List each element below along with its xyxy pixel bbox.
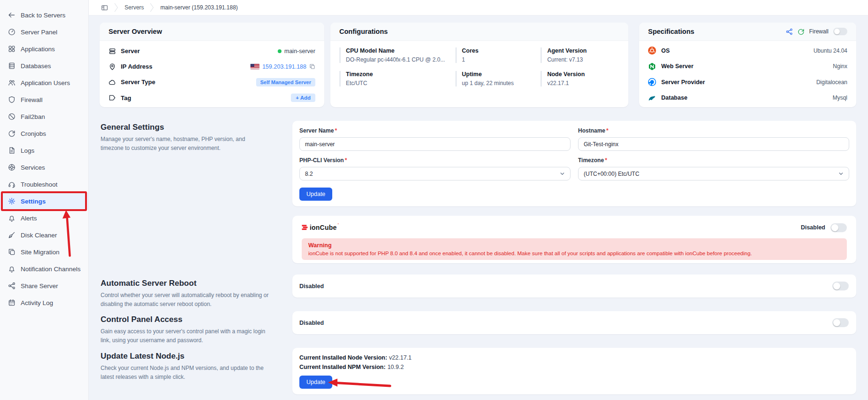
sidebar-item-server-panel[interactable]: Server Panel: [0, 24, 88, 40]
gauge-icon: [8, 28, 16, 36]
nodejs-update-button[interactable]: Update: [299, 376, 332, 389]
npm-version-value: 10.9.2: [387, 364, 404, 370]
auto-reboot-toggle[interactable]: [832, 282, 849, 290]
config-value: DO-Regular pc-i440fx-6.1 CPU @ 2.0...: [346, 56, 449, 63]
config-item-cpu-model-name: CPU Model NameDO-Regular pc-i440fx-6.1 C…: [339, 47, 449, 63]
nodejs-card: Current Installed Node Version:v22.17.1 …: [292, 348, 856, 394]
sidebar-toggle-icon[interactable]: [101, 4, 108, 11]
sidebar-item-application-users[interactable]: Application Users: [0, 74, 88, 91]
sidebar-item-label: Logs: [21, 147, 34, 154]
sidebar-item-applications[interactable]: Applications: [0, 40, 88, 57]
ioncube-toggle[interactable]: [830, 223, 847, 232]
control-panel-card: Disabled: [292, 311, 856, 334]
sidebar-item-label: Applications: [21, 46, 55, 53]
config-value: 1: [462, 56, 534, 63]
config-label: Uptime: [462, 71, 534, 78]
ioncube-logo: ionCube ’: [302, 224, 339, 231]
required-asterisk: *: [335, 127, 337, 134]
overview-row-server: Servermain-server: [109, 43, 315, 59]
config-label: Cores: [462, 47, 534, 54]
specifications-rows: OSUbuntu 24.04Web ServerNginxServer Prov…: [639, 41, 856, 108]
overview-row-label: Server Type: [121, 78, 155, 86]
server-overview-rows: Servermain-serverIP Address159.203.191.1…: [100, 41, 324, 108]
overview-row-tag: Tag+ Add: [109, 90, 315, 106]
sidebar-item-services[interactable]: Services: [0, 159, 88, 176]
overview-row-label: Tag: [121, 94, 131, 102]
sidebar-item-share-server[interactable]: Share Server: [0, 277, 88, 294]
spec-label: Database: [661, 94, 688, 101]
document-icon: [8, 147, 16, 154]
server-name-input[interactable]: [299, 137, 571, 151]
sidebar-item-site-migration[interactable]: Site Migration: [0, 243, 88, 260]
sidebar-item-label: Site Migration: [21, 249, 60, 256]
spec-row-web-server: Web ServerNginx: [648, 59, 847, 75]
php-cli-version-select[interactable]: 8.2: [299, 167, 571, 180]
breadcrumb-separator-icon: [150, 2, 154, 13]
sidebar-item-fail2ban[interactable]: Fail2ban: [0, 108, 88, 125]
copy-icon[interactable]: [309, 63, 315, 70]
overview-row-label: Server: [121, 47, 140, 55]
sidebar-item-activity-log[interactable]: Activity Log: [0, 294, 88, 311]
control-panel-state-label: Disabled: [299, 320, 324, 326]
required-asterisk: *: [606, 127, 609, 134]
ubuntu-logo-icon: [648, 47, 656, 55]
refresh-icon[interactable]: [798, 28, 805, 35]
general-settings-title: General Settings: [101, 123, 164, 132]
spec-value: Digitalocean: [816, 79, 847, 86]
sidebar-item-logs[interactable]: Logs: [0, 142, 88, 159]
spec-value: Mysql: [833, 94, 847, 101]
tag-add-button[interactable]: + Add: [291, 94, 315, 102]
sidebar-item-firewall[interactable]: Firewall: [0, 91, 88, 108]
timezone-select[interactable]: (UTC+00:00) Etc/UTC: [578, 167, 849, 180]
auto-reboot-description: Control whether your server will automat…: [101, 291, 274, 308]
hostname-input[interactable]: [578, 137, 849, 151]
required-asterisk: *: [345, 157, 347, 164]
configurations-card: Configurations CPU Model NameDO-Regular …: [330, 23, 628, 107]
sidebar-item-label: Settings: [21, 198, 46, 205]
sidebar-item-back-to-servers[interactable]: Back to Servers: [0, 7, 88, 24]
sidebar-item-troubleshoot[interactable]: Troubleshoot: [0, 176, 88, 193]
warning-text: ionCube is not supported for PHP 8.0 and…: [308, 251, 840, 256]
sidebar-item-label: Cronjobs: [21, 130, 46, 137]
sidebar-item-alerts[interactable]: Alerts: [0, 210, 88, 227]
sidebar-item-label: Fail2ban: [21, 113, 45, 120]
nodejs-title: Update Latest Node.js: [101, 352, 185, 361]
sidebar-item-label: Firewall: [21, 96, 43, 103]
control-panel-toggle[interactable]: [832, 318, 849, 327]
sidebar-item-label: Share Server: [21, 282, 58, 290]
general-settings-update-button[interactable]: Update: [299, 188, 332, 201]
firewall-toggle[interactable]: [833, 28, 847, 35]
headset-icon: [8, 180, 16, 188]
sidebar-nav: Back to ServersServer PanelApplicationsD…: [0, 7, 88, 311]
sidebar-item-settings[interactable]: Settings: [0, 193, 88, 210]
calendar-icon: [8, 299, 16, 306]
sidebar-item-cronjobs[interactable]: Cronjobs: [0, 125, 88, 142]
share-icon[interactable]: [786, 28, 793, 35]
ioncube-state-label: Disabled: [801, 224, 825, 231]
auto-reboot-card: Disabled: [292, 275, 856, 298]
configurations-title: Configurations: [330, 23, 628, 41]
sidebar-item-notification-channels[interactable]: Notification Channels: [0, 260, 88, 277]
config-label: Node Version: [547, 71, 619, 78]
nodejs-description: Check your current Node.js and NPM versi…: [101, 364, 274, 381]
spec-label: OS: [661, 47, 670, 54]
overview-row-label: IP Address: [121, 63, 152, 70]
apps-icon: [8, 45, 16, 53]
pin-icon: [109, 63, 116, 71]
sidebar-item-databases[interactable]: Databases: [0, 57, 88, 74]
php-cli-version-value: 8.2: [305, 171, 313, 177]
required-asterisk: *: [605, 157, 607, 164]
ioncube-card: ionCube ’ Disabled Warning ionCube is no…: [292, 216, 856, 263]
bell-icon: [8, 214, 16, 222]
config-item-uptime: Uptimeup 1 day, 22 minutes: [455, 71, 534, 86]
specifications-card: Specifications Firewall OSUbuntu 24.04We…: [639, 23, 856, 107]
bell-icon: [8, 265, 16, 273]
ban-icon: [8, 113, 16, 120]
config-value: up 1 day, 22 minutes: [462, 80, 534, 86]
firewall-toggle-label: Firewall: [809, 28, 829, 35]
copy-icon: [8, 248, 16, 256]
general-settings-description: Manage your server's name, hostname, PHP…: [101, 135, 263, 152]
sidebar-item-disk-cleaner[interactable]: Disk Cleaner: [0, 227, 88, 243]
breadcrumb-servers[interactable]: Servers: [125, 4, 144, 11]
config-item-node-version: Node Versionv22.17.1: [540, 71, 619, 86]
